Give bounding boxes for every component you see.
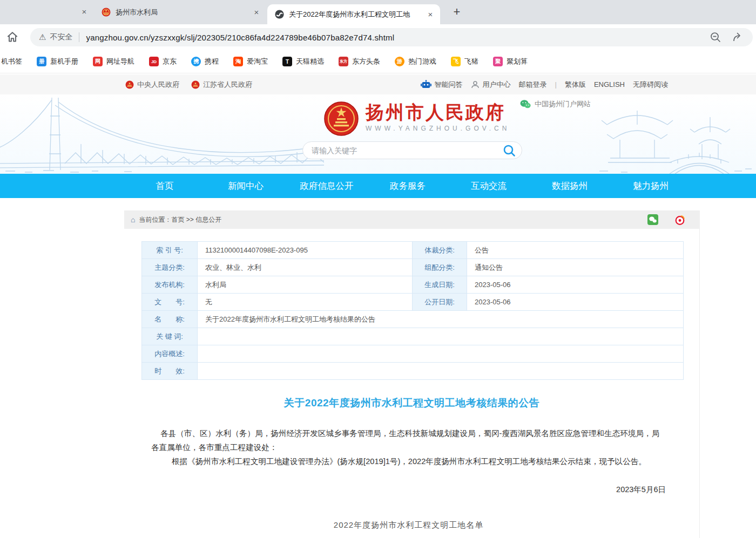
link-label: 用户中心 <box>483 80 511 90</box>
wechat-share-icon[interactable] <box>647 214 658 225</box>
bookmark-item[interactable]: 携 携程 <box>191 57 219 66</box>
meta-value: 2023-05-06 <box>467 276 684 294</box>
taobao-icon: 淘 <box>233 57 243 66</box>
zoom-out-icon[interactable] <box>710 31 721 43</box>
bookmark-item[interactable]: 聚 聚划算 <box>493 57 528 66</box>
meta-value <box>198 328 684 345</box>
close-icon[interactable]: × <box>79 6 90 17</box>
share-icon[interactable] <box>732 31 744 43</box>
table-row: 文 号: 无 公开日期: 2023-05-06 <box>142 294 684 311</box>
user-center-link[interactable]: 用户中心 <box>471 80 511 90</box>
home-icon[interactable] <box>5 30 19 44</box>
bookmark-item[interactable]: 飞 飞猪 <box>451 57 478 66</box>
link-central-gov[interactable]: 中央人民政府 <box>125 80 179 90</box>
ctrip-icon: 携 <box>191 57 201 66</box>
nav-home[interactable]: 首页 <box>124 174 205 198</box>
smart-qa-link[interactable]: 智能问答 <box>421 80 463 90</box>
tab-active-announcement[interactable]: 关于2022年度扬州市水利工程文明工地 × <box>267 4 440 24</box>
meta-label: 生成日期: <box>413 276 467 294</box>
meta-value: 农业、林业、水利 <box>198 259 413 276</box>
link-label: 中央人民政府 <box>137 80 179 90</box>
bookmark-item[interactable]: T 天猫精选 <box>282 57 324 66</box>
bookmark-item[interactable]: 游 热门游戏 <box>395 57 436 66</box>
fliggy-icon: 飞 <box>451 57 461 66</box>
list-heading: 2022年度扬州市水利工程文明工地名单 <box>151 518 666 532</box>
site-logo[interactable]: 扬州市人民政府 WWW.YANGZHOU.GOV.CN <box>324 101 510 136</box>
bookmark-label: 京东 <box>163 57 177 66</box>
english-version-link[interactable]: ENGLISH <box>594 80 625 88</box>
site-name: 扬州市人民政府 <box>366 101 510 123</box>
bookmark-item[interactable]: 册 新机手册 <box>37 57 78 66</box>
accessibility-link[interactable]: 无障碍阅读 <box>633 80 668 90</box>
meta-label: 文 号: <box>142 294 198 311</box>
tab-title: 扬州市水利局 <box>116 8 251 17</box>
article-date: 2023年5月6日 <box>151 482 666 496</box>
nav-gov-services[interactable]: 政务服务 <box>367 174 448 198</box>
bookmark-item[interactable]: JD 京东 <box>149 57 177 66</box>
url-text: yangzhou.gov.cn/yzszxxgk/slj/202305/210c… <box>86 33 394 42</box>
bookmark-item[interactable]: 网 网址导航 <box>93 57 134 66</box>
tab-water-bureau[interactable]: 扬州市水利局 × <box>92 0 267 24</box>
link-jiangsu-gov[interactable]: 江苏省人民政府 <box>191 80 252 90</box>
gov-top-bar: 中央人民政府 江苏省人民政府 智能问答 <box>0 74 756 94</box>
bookmark-label: 飞猪 <box>464 57 478 66</box>
bookmark-label: 爱淘宝 <box>247 57 268 66</box>
user-icon <box>471 80 480 89</box>
search-icon[interactable] <box>502 144 516 158</box>
article-paragraph: 各县（市、区）水利（务）局，扬州经济开发区城乡事务管理局，生态科技新城规划建设局… <box>151 426 666 454</box>
nav-interaction[interactable]: 互动交流 <box>448 174 529 198</box>
government-emblem-icon <box>191 80 200 89</box>
article-title: 关于2022年度扬州市水利工程文明工地考核结果的公告 <box>124 396 699 410</box>
bookmark-label: 携程 <box>205 57 219 66</box>
portal-label: 中国扬州门户网站 <box>535 99 591 109</box>
bookmark-item[interactable]: 机书签 <box>1 57 22 66</box>
link-label: 江苏省人民政府 <box>203 80 252 90</box>
government-emblem-icon <box>125 80 134 89</box>
nav-charming-yangzhou[interactable]: 魅力扬州 <box>610 174 691 198</box>
close-icon[interactable]: × <box>425 9 436 20</box>
security-label[interactable]: 不安全 <box>50 32 72 42</box>
close-icon[interactable]: × <box>251 7 262 18</box>
eastday-icon: 东方 <box>339 57 348 66</box>
browser-tab-bar: × 扬州市水利局 × 关于2022年度扬州市水利工程文明工地 × + <box>0 0 756 24</box>
nav-gov-info-disclosure[interactable]: 政府信息公开 <box>286 174 367 198</box>
table-row: 关 键 词: <box>142 328 684 345</box>
bookmark-item[interactable]: 淘 爱淘宝 <box>233 57 268 66</box>
pavilion-line-art <box>589 94 756 174</box>
breadcrumb-bar: ⌂ 当前位置：首页 >> 信息公开 <box>124 210 700 229</box>
national-emblem-logo <box>324 101 359 136</box>
site-search-box[interactable] <box>302 141 522 159</box>
meta-value: 无 <box>198 294 413 311</box>
warning-icon: ⚠ <box>39 32 46 42</box>
mail-login-link[interactable]: 邮箱登录 <box>519 80 547 90</box>
browser-logo-favicon <box>275 10 284 19</box>
divider: | <box>555 80 557 88</box>
bookmark-label: 天猫精选 <box>296 57 324 66</box>
bookmark-label: 热门游戏 <box>408 57 436 66</box>
breadcrumb[interactable]: 当前位置：首页 >> 信息公开 <box>139 215 221 224</box>
meta-value: 通知公告 <box>467 259 684 276</box>
traditional-version-link[interactable]: 繁体版 <box>565 80 586 90</box>
meta-label: 名 称: <box>142 311 198 328</box>
meta-label: 组配分类: <box>413 259 467 276</box>
bookmarks-bar: 机书签 册 新机手册 网 网址导航 JD 京东 携 携程 淘 爱淘宝 T 天猫精… <box>0 50 756 73</box>
browser-address-bar-row: ⚠ 不安全 yangzhou.gov.cn/yzszxxgk/slj/20230… <box>0 24 756 50</box>
meta-value: 关于2022年度扬州市水利工程文明工地考核结果的公告 <box>198 311 684 328</box>
table-row: 发布机构: 水利局 生成日期: 2023-05-06 <box>142 276 684 294</box>
search-input[interactable] <box>312 146 502 155</box>
china-yangzhou-portal-link[interactable]: 中国扬州门户网站 <box>520 99 591 109</box>
site-nav-icon: 网 <box>93 57 103 66</box>
new-tab-button[interactable]: + <box>449 5 464 20</box>
table-row: 名 称: 关于2022年度扬州市水利工程文明工地考核结果的公告 <box>142 311 684 328</box>
nav-data-yangzhou[interactable]: 数据扬州 <box>529 174 610 198</box>
address-bar[interactable]: ⚠ 不安全 yangzhou.gov.cn/yzszxxgk/slj/20230… <box>30 28 753 46</box>
bookmark-label: 网址导航 <box>106 57 134 66</box>
weibo-share-icon[interactable] <box>674 214 685 225</box>
bookmark-item[interactable]: 东方 东方头条 <box>339 57 380 66</box>
tab-offscreen[interactable]: × <box>0 0 92 24</box>
nav-news-center[interactable]: 新闻中心 <box>205 174 286 198</box>
juhuasuan-icon: 聚 <box>493 57 503 66</box>
tab-title: 关于2022年度扬州市水利工程文明工地 <box>289 10 425 19</box>
article-paragraph: 根据《扬州市水利工程文明工地建设管理办法》(扬水规[2019]1号)，2022年… <box>151 454 666 468</box>
meta-value: 公告 <box>467 242 684 259</box>
